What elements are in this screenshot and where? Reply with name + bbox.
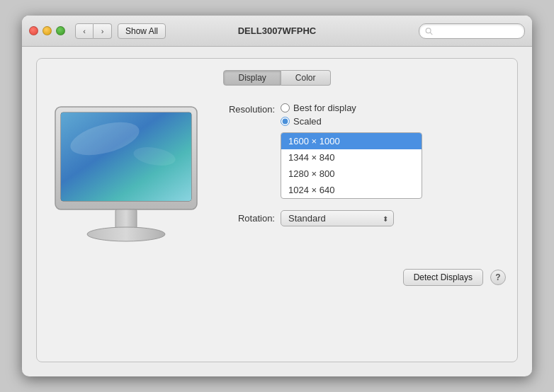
resolution-options: Best for display Scaled 1600 × 1000 1344… — [281, 103, 422, 199]
resolution-list: 1600 × 1000 1344 × 840 1280 × 800 1024 ×… — [281, 132, 422, 199]
res-item-1344[interactable]: 1344 × 840 — [281, 149, 422, 166]
tab-color[interactable]: Color — [281, 70, 331, 86]
svg-line-1 — [430, 32, 432, 34]
inner-panel: Display Color — [36, 58, 518, 362]
maximize-button[interactable] — [56, 26, 65, 35]
settings-panel: Resolution: Best for display Scaled — [218, 100, 506, 226]
rotation-select[interactable]: Standard 90° 180° 270° — [281, 210, 394, 226]
res-item-1280[interactable]: 1280 × 800 — [281, 166, 422, 182]
search-icon — [425, 27, 433, 35]
close-button[interactable] — [29, 26, 38, 35]
show-all-button[interactable]: Show All — [118, 23, 166, 39]
help-button[interactable]: ? — [490, 270, 506, 285]
main-window: ‹ › Show All DELL3007WFPHC Display Color — [22, 16, 532, 376]
nav-buttons: ‹ › — [75, 23, 112, 39]
bottom-bar: Detect Displays ? — [48, 262, 506, 286]
res-item-1600[interactable]: 1600 × 1000 — [281, 133, 422, 149]
monitor-svg — [48, 100, 204, 248]
res-item-1024[interactable]: 1024 × 640 — [281, 182, 422, 198]
forward-button[interactable]: › — [94, 23, 112, 39]
back-button[interactable]: ‹ — [75, 23, 94, 39]
search-input[interactable] — [436, 26, 519, 36]
detect-displays-button[interactable]: Detect Displays — [403, 269, 483, 286]
titlebar: ‹ › Show All DELL3007WFPHC — [22, 16, 532, 47]
minimize-button[interactable] — [43, 26, 52, 35]
rotation-select-wrapper: Standard 90° 180° 270° ⬍ — [281, 210, 394, 226]
scaled-option[interactable]: Scaled — [281, 116, 422, 127]
tab-segment: Display Color — [223, 70, 330, 86]
window-title: DELL3007WFPHC — [238, 25, 317, 36]
search-box[interactable] — [419, 23, 525, 39]
monitor-illustration — [48, 100, 204, 250]
content-area: Display Color — [22, 47, 532, 376]
rotation-row: Rotation: Standard 90° 180° 270° ⬍ — [218, 210, 506, 226]
main-content: Resolution: Best for display Scaled — [48, 100, 506, 250]
best-for-display-radio[interactable] — [281, 103, 290, 113]
resolution-label: Resolution: — [218, 103, 275, 115]
tab-bar: Display Color — [48, 70, 506, 86]
resolution-row: Resolution: Best for display Scaled — [218, 103, 506, 199]
rotation-label: Rotation: — [218, 213, 275, 224]
scaled-radio[interactable] — [281, 117, 290, 126]
tab-display[interactable]: Display — [223, 70, 281, 86]
best-for-display-option[interactable]: Best for display — [281, 103, 422, 113]
svg-point-9 — [87, 227, 165, 241]
best-for-display-label: Best for display — [293, 103, 356, 113]
traffic-lights — [29, 26, 65, 35]
scaled-label: Scaled — [293, 116, 322, 127]
